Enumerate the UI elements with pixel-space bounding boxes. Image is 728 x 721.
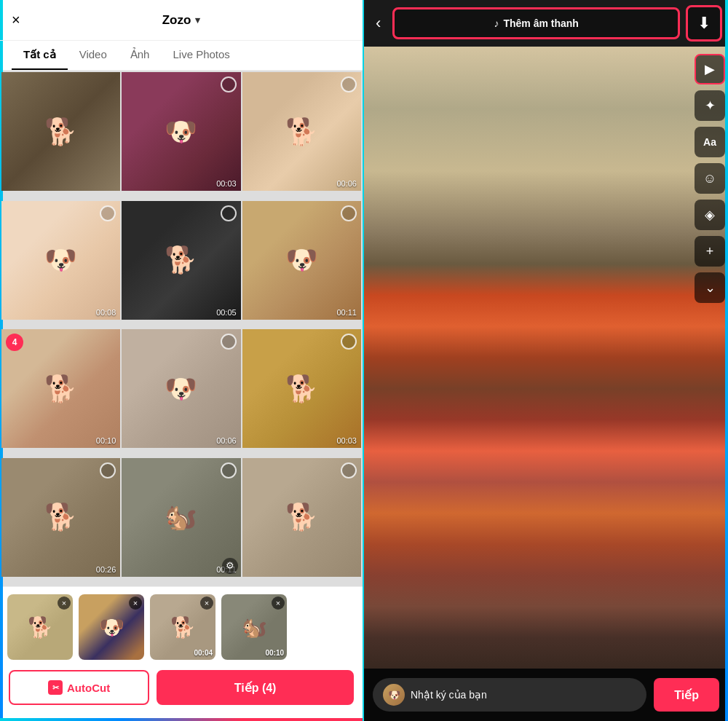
autocut-label: AutoCut [67, 682, 110, 694]
music-icon: ♪ [494, 17, 499, 29]
select-circle [221, 205, 237, 221]
duration-label: 00:06 [336, 179, 357, 188]
add-tool[interactable]: + [695, 236, 725, 267]
duration-label: 00:06 [216, 436, 237, 445]
media-grid: 🐕 🐶 00:03 🐕 00:06 🐶 00:08 🐕 00:05 🐶 00:1… [0, 71, 363, 586]
select-circle [221, 462, 237, 478]
album-name: Zozo [162, 13, 191, 28]
right-top-bar: ‹ ♪ Thêm âm thanh ⬇ [364, 0, 728, 47]
media-cell[interactable]: 🐕 [1, 72, 120, 191]
media-cell[interactable]: 🐶 00:08 [1, 201, 120, 320]
text-icon: Aa [703, 136, 716, 148]
select-circle [341, 334, 357, 350]
duration-label: 00:08 [96, 308, 116, 317]
select-circle [341, 462, 357, 478]
clip-duration-label: 00:04 [194, 649, 213, 657]
select-circle [341, 76, 357, 92]
autocut-button[interactable]: ✂ AutoCut [9, 670, 149, 705]
video-background [364, 47, 728, 669]
right-bottom-bar: 🐶 Nhật ký của bạn Tiếp [364, 669, 728, 721]
diary-label: Nhật ký của bạn [411, 689, 487, 701]
media-cell[interactable]: 🐕 00:05 [122, 201, 240, 320]
close-button[interactable]: × [12, 12, 20, 28]
tab-all[interactable]: Tất cả [12, 41, 68, 70]
duration-label: 00:26 [96, 565, 116, 574]
download-icon: ⬇ [697, 14, 711, 33]
media-thumbnail: 🐕 [1, 72, 120, 191]
sticker-tool[interactable]: ☺ [695, 163, 725, 194]
media-cell[interactable]: 🐶 00:11 [242, 201, 361, 320]
clip-thumb[interactable]: 🐕 × 00:04 [150, 594, 215, 660]
download-button[interactable]: ⬇ [686, 5, 722, 42]
right-side-toolbar: ▶ ✦ Aa ☺ ◈ + ⌄ [695, 47, 725, 669]
next-label-left: Tiếp (4) [234, 681, 277, 695]
tab-photo[interactable]: Ảnh [119, 41, 162, 70]
chevron-down-icon: ⌄ [705, 280, 716, 296]
select-circle [341, 205, 357, 221]
autocut-icon: ✂ [48, 680, 63, 695]
video-clip-icon: ▶ [705, 61, 715, 77]
sticker-icon: ☺ [703, 171, 716, 186]
effects-tool[interactable]: ✦ [695, 90, 725, 121]
media-cell[interactable]: 🐕 00:03 [242, 329, 361, 448]
back-button[interactable]: ‹ [370, 8, 387, 39]
user-avatar: 🐶 [383, 684, 405, 706]
chevron-down-icon: ▾ [195, 15, 200, 25]
filter-icon: ◈ [705, 207, 715, 223]
diary-button[interactable]: 🐶 Nhật ký của bạn [373, 678, 646, 712]
clip-duration-label: 00:10 [265, 649, 284, 657]
media-cell[interactable]: 🐕 00:26 [1, 458, 120, 577]
remove-clip-button[interactable]: × [58, 596, 71, 610]
select-circle [221, 334, 237, 350]
bottom-border-accent [0, 718, 363, 721]
remove-clip-button[interactable]: × [272, 596, 285, 610]
add-icon: + [706, 244, 714, 259]
media-cell[interactable]: 🐕 [242, 458, 361, 577]
gear-icon: ⚙ [222, 558, 238, 574]
selected-clips-row: 🐕 × 🐶 × 🐕 × 00:04 🐿️ [0, 587, 363, 664]
next-button-left[interactable]: Tiếp (4) [157, 670, 354, 705]
duration-label: 00:10 [96, 436, 116, 445]
right-border-accent [725, 0, 728, 721]
bottom-strip: 🐕 × 🐶 × 🐕 × 00:04 🐿️ [0, 586, 363, 721]
media-tabs: Tất cả Video Ảnh Live Photos [0, 41, 363, 71]
filter-tool[interactable]: ◈ [695, 200, 725, 230]
bottom-actions: ✂ AutoCut Tiếp (4) [0, 664, 363, 711]
remove-clip-button[interactable]: × [129, 596, 142, 610]
select-circle [100, 205, 116, 221]
duration-label: 00:03 [216, 179, 237, 188]
media-cell[interactable]: 🐶 00:06 [122, 329, 240, 448]
clip-thumb[interactable]: 🐿️ × 00:10 [221, 594, 287, 660]
media-cell[interactable]: 🐕 4 00:10 [1, 329, 120, 448]
duration-label: 00:11 [336, 308, 357, 317]
next-button-right[interactable]: Tiếp [654, 678, 719, 712]
more-tool[interactable]: ⌄ [695, 272, 725, 303]
next-label-right: Tiếp [674, 689, 699, 701]
right-panel: ‹ ♪ Thêm âm thanh ⬇ ▶ ✦ Aa ☺ ◈ [364, 0, 728, 721]
text-tool[interactable]: Aa [695, 127, 725, 157]
clip-thumb[interactable]: 🐕 × [7, 594, 73, 660]
media-cell[interactable]: 🐕 00:06 [242, 72, 361, 191]
select-circle [100, 462, 116, 478]
media-cell[interactable]: 🐿️ 00:11 ⚙ [122, 458, 240, 577]
album-title[interactable]: Zozo ▾ [162, 13, 201, 28]
add-sound-button[interactable]: ♪ Thêm âm thanh [392, 7, 680, 39]
select-circle [221, 76, 237, 92]
add-sound-label: Thêm âm thanh [503, 17, 578, 29]
tab-live-photos[interactable]: Live Photos [161, 41, 241, 70]
video-clip-tool[interactable]: ▶ [695, 54, 725, 84]
clip-thumb[interactable]: 🐶 × [79, 594, 144, 660]
video-preview-area: ▶ ✦ Aa ☺ ◈ + ⌄ [364, 47, 728, 669]
left-panel: × Zozo ▾ Tất cả Video Ảnh Live Photos 🐕 … [0, 0, 364, 721]
left-header: × Zozo ▾ [0, 0, 363, 41]
effects-icon: ✦ [705, 98, 716, 114]
remove-clip-button[interactable]: × [200, 596, 213, 610]
duration-label: 00:03 [336, 436, 357, 445]
duration-label: 00:05 [216, 308, 237, 317]
selection-badge: 4 [6, 334, 23, 351]
tab-video[interactable]: Video [68, 41, 119, 70]
media-cell[interactable]: 🐶 00:03 [122, 72, 240, 191]
